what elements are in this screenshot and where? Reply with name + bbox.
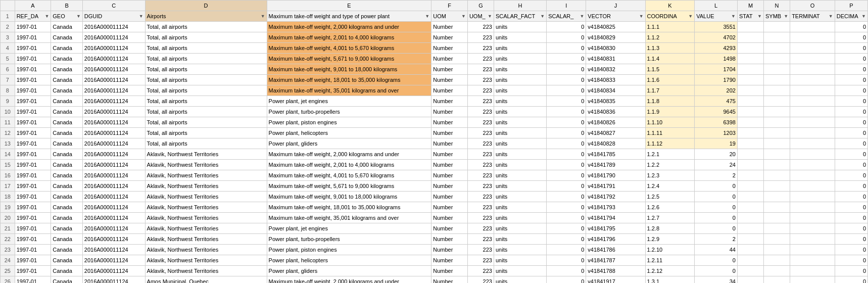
col-header-L[interactable]: L: [695, 1, 738, 11]
cell-l[interactable]: 19: [695, 138, 738, 149]
cell-m[interactable]: [737, 149, 763, 160]
cell-g[interactable]: 223: [467, 32, 494, 43]
cell-b[interactable]: Canada: [51, 223, 83, 234]
table-row[interactable]: 81997-01Canada2016A000011124Total, all a…: [1, 85, 868, 96]
cell-f[interactable]: Number: [431, 170, 468, 181]
field-header-stat[interactable]: STAT ▼: [737, 11, 763, 22]
cell-e[interactable]: Power plant, helicopters: [267, 255, 431, 266]
cell-f[interactable]: Number: [431, 54, 468, 64]
cell-h[interactable]: units: [494, 245, 546, 255]
cell-p[interactable]: 0: [835, 276, 867, 284]
cell-m[interactable]: [737, 160, 763, 170]
field-header-geo[interactable]: GEO ▼: [51, 11, 83, 22]
cell-c[interactable]: 2016A000011124: [82, 96, 145, 107]
cell-m[interactable]: [737, 43, 763, 54]
filter-icon-takeoff[interactable]: ▼: [425, 12, 429, 21]
cell-c[interactable]: 2016A000011124: [82, 276, 145, 284]
col-header-A[interactable]: A: [15, 1, 51, 11]
col-header-E[interactable]: E: [267, 1, 431, 11]
cell-p[interactable]: 0: [835, 22, 867, 32]
cell-k[interactable]: 1.2.4: [645, 181, 695, 192]
cell-p[interactable]: 0: [835, 64, 867, 75]
cell-g[interactable]: 223: [467, 96, 494, 107]
cell-f[interactable]: Number: [431, 245, 468, 255]
cell-f[interactable]: Number: [431, 32, 468, 43]
cell-d[interactable]: Total, all airports: [145, 96, 267, 107]
cell-o[interactable]: [790, 96, 835, 107]
cell-f[interactable]: Number: [431, 22, 468, 32]
cell-c[interactable]: 2016A000011124: [82, 202, 145, 213]
cell-g[interactable]: 223: [467, 54, 494, 64]
cell-b[interactable]: Canada: [51, 202, 83, 213]
cell-c[interactable]: 2016A000011124: [82, 192, 145, 202]
cell-n[interactable]: [764, 128, 790, 138]
cell-d[interactable]: Aklavik, Northwest Territories: [145, 213, 267, 223]
cell-i[interactable]: 0: [547, 54, 586, 64]
cell-m[interactable]: [737, 276, 763, 284]
cell-f[interactable]: Number: [431, 276, 468, 284]
cell-f[interactable]: Number: [431, 266, 468, 276]
cell-d[interactable]: Aklavik, Northwest Territories: [145, 234, 267, 245]
table-row[interactable]: 71997-01Canada2016A000011124Total, all a…: [1, 75, 868, 85]
field-header-uom2[interactable]: UOM_ ▼: [467, 11, 494, 22]
field-header-decima[interactable]: DECIMA ▼: [835, 11, 867, 22]
cell-e[interactable]: Maximum take-off weight, 4,001 to 5,670 …: [267, 43, 431, 54]
cell-l[interactable]: 4702: [695, 32, 738, 43]
col-header-D[interactable]: D: [145, 1, 267, 11]
cell-l[interactable]: 1704: [695, 64, 738, 75]
cell-i[interactable]: 0: [547, 149, 586, 160]
cell-g[interactable]: 223: [467, 245, 494, 255]
cell-a[interactable]: 1997-01: [15, 32, 51, 43]
col-header-N[interactable]: N: [764, 1, 790, 11]
cell-a[interactable]: 1997-01: [15, 117, 51, 128]
cell-b[interactable]: Canada: [51, 128, 83, 138]
cell-i[interactable]: 0: [547, 245, 586, 255]
cell-m[interactable]: [737, 245, 763, 255]
cell-b[interactable]: Canada: [51, 22, 83, 32]
cell-l[interactable]: 0: [695, 181, 738, 192]
cell-j[interactable]: v41840833: [586, 75, 645, 85]
table-row[interactable]: 141997-01Canada2016A000011124Aklavik, No…: [1, 149, 868, 160]
cell-o[interactable]: [790, 117, 835, 128]
filter-icon-symb[interactable]: ▼: [784, 12, 788, 21]
cell-f[interactable]: Number: [431, 160, 468, 170]
cell-k[interactable]: 1.2.10: [645, 245, 695, 255]
cell-p[interactable]: 0: [835, 75, 867, 85]
cell-n[interactable]: [764, 117, 790, 128]
cell-i[interactable]: 0: [547, 181, 586, 192]
cell-a[interactable]: 1997-01: [15, 245, 51, 255]
cell-j[interactable]: v41841786: [586, 245, 645, 255]
cell-j[interactable]: v41841787: [586, 255, 645, 266]
cell-o[interactable]: [790, 64, 835, 75]
cell-e[interactable]: Maximum take-off weight, 5,671 to 9,000 …: [267, 181, 431, 192]
cell-l[interactable]: 0: [695, 223, 738, 234]
filter-icon-vector[interactable]: ▼: [639, 12, 644, 21]
cell-p[interactable]: 0: [835, 54, 867, 64]
cell-o[interactable]: [790, 255, 835, 266]
cell-g[interactable]: 223: [467, 223, 494, 234]
cell-m[interactable]: [737, 202, 763, 213]
cell-h[interactable]: units: [494, 128, 546, 138]
cell-h[interactable]: units: [494, 170, 546, 181]
field-header-uom[interactable]: UOM ▼: [431, 11, 468, 22]
cell-k[interactable]: 1.2.8: [645, 223, 695, 234]
cell-i[interactable]: 0: [547, 266, 586, 276]
cell-b[interactable]: Canada: [51, 160, 83, 170]
cell-m[interactable]: [737, 22, 763, 32]
cell-g[interactable]: 223: [467, 128, 494, 138]
cell-d[interactable]: Total, all airports: [145, 32, 267, 43]
cell-m[interactable]: [737, 75, 763, 85]
cell-o[interactable]: [790, 245, 835, 255]
cell-i[interactable]: 0: [547, 128, 586, 138]
cell-c[interactable]: 2016A000011124: [82, 138, 145, 149]
table-row[interactable]: 221997-01Canada2016A000011124Aklavik, No…: [1, 234, 868, 245]
cell-k[interactable]: 1.1.11: [645, 128, 695, 138]
cell-e[interactable]: Maximum take-off weight, 2,001 to 4,000 …: [267, 160, 431, 170]
cell-b[interactable]: Canada: [51, 149, 83, 160]
filter-icon-scalar-fact[interactable]: ▼: [540, 12, 545, 21]
cell-i[interactable]: 0: [547, 22, 586, 32]
cell-k[interactable]: 1.2.9: [645, 234, 695, 245]
cell-o[interactable]: [790, 266, 835, 276]
cell-i[interactable]: 0: [547, 160, 586, 170]
cell-l[interactable]: 1203: [695, 128, 738, 138]
